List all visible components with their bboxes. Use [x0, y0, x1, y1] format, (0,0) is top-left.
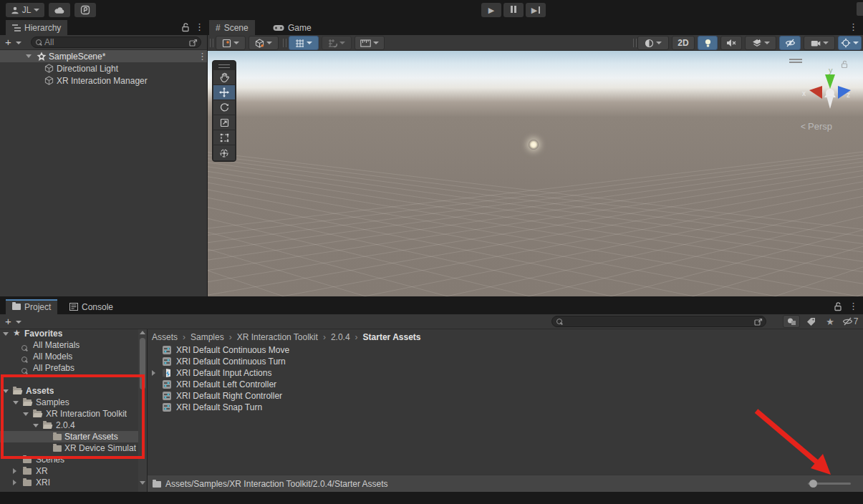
file-row[interactable]: XRI Default Right Controller — [148, 390, 862, 402]
breadcrumb-item[interactable]: Assets — [152, 332, 178, 342]
create-dropdown-icon[interactable] — [16, 321, 21, 324]
hidden-packages-button[interactable]: 7 — [839, 315, 861, 328]
file-row[interactable]: XRI Default Snap Turn — [148, 402, 862, 413]
expand-arrow-icon[interactable] — [3, 332, 9, 336]
tree-item-samples[interactable]: Samples — [0, 397, 138, 408]
tree-item-xr-device-simulator[interactable]: XR Device Simulat — [0, 442, 138, 454]
search-by-label-button[interactable] — [802, 315, 819, 328]
scale-tool-button[interactable] — [213, 115, 235, 130]
gizmos-button[interactable] — [838, 36, 862, 50]
expand-arrow-icon[interactable] — [23, 412, 29, 416]
measure-button[interactable] — [355, 36, 385, 50]
rect-tool-button[interactable] — [213, 130, 235, 145]
play-button[interactable]: ▶ — [481, 3, 501, 17]
tree-item-xri[interactable]: XRI — [0, 477, 138, 488]
tree-item-all-materials[interactable]: All Materials — [0, 339, 138, 351]
tree-item-xr-interaction-toolkit[interactable]: XR Interaction Toolkit — [0, 408, 138, 420]
snap-settings-button[interactable] — [322, 36, 352, 50]
scroll-down-icon[interactable] — [140, 481, 145, 485]
picker-icon[interactable] — [189, 39, 198, 47]
scroll-up-icon[interactable] — [140, 331, 145, 334]
lighting-toggle-button[interactable] — [698, 36, 718, 50]
audio-toggle-button[interactable] — [720, 36, 742, 50]
scene-menu-icon[interactable]: ⋮ — [198, 52, 207, 61]
create-button[interactable]: + — [5, 315, 11, 327]
expand-arrow-icon[interactable] — [13, 480, 16, 485]
move-tool-button[interactable] — [213, 85, 235, 100]
lock-open-icon[interactable] — [834, 302, 842, 311]
transform-tool-button[interactable] — [213, 145, 235, 160]
zoom-slider-thumb[interactable] — [809, 480, 817, 488]
tree-item-assets[interactable]: Assets — [0, 385, 138, 397]
tab-hierarchy[interactable]: Hierarchy — [6, 20, 67, 35]
step-button[interactable]: ▶ — [526, 3, 546, 17]
scrollbar-thumb[interactable] — [140, 338, 145, 389]
version-control-button[interactable] — [74, 3, 96, 17]
2d-toggle-button[interactable]: 2D — [672, 36, 695, 50]
cloud-button[interactable] — [49, 3, 70, 17]
create-button[interactable]: + — [5, 36, 11, 48]
expand-arrow-icon[interactable] — [13, 401, 19, 404]
scene-viewport[interactable] — [208, 51, 863, 296]
tab-project[interactable]: Project — [6, 299, 57, 314]
tree-item-all-prefabs[interactable]: All Prefabs — [0, 362, 138, 374]
tree-item-label: Starter Assets — [64, 432, 118, 442]
camera-settings-button[interactable] — [804, 36, 835, 50]
tree-item-starter-assets[interactable]: Starter Assets — [0, 431, 138, 442]
grid-visibility-button[interactable] — [289, 36, 319, 50]
hand-tool-button[interactable] — [213, 70, 235, 85]
hierarchy-row-scene[interactable]: SampleScene* ⋮ — [0, 50, 207, 62]
expand-arrow-icon[interactable] — [26, 54, 32, 58]
project-search-input[interactable] — [551, 316, 766, 327]
tree-item-scenes[interactable]: Scenes — [0, 454, 138, 465]
scene-visibility-button[interactable] — [779, 36, 801, 50]
breadcrumb-item[interactable]: 2.0.4 — [331, 332, 350, 342]
gizmo-menu-icon[interactable] — [789, 59, 802, 63]
file-row[interactable]: XRI Default Continuous Turn — [148, 356, 862, 367]
shading-mode-button[interactable] — [637, 36, 669, 50]
tree-item-2-0-4[interactable]: 2.0.4 — [0, 420, 138, 431]
tree-item-all-models[interactable]: All Models — [0, 351, 138, 362]
hierarchy-row-xr-interaction-manager[interactable]: XR Interaction Manager — [0, 74, 207, 87]
toolbar-grip[interactable] — [283, 39, 286, 47]
create-dropdown-icon[interactable] — [16, 42, 21, 44]
tree-item-xr[interactable]: XR — [0, 465, 138, 477]
projection-label[interactable]: <Persp — [801, 121, 832, 132]
tab-console[interactable]: Console — [63, 299, 120, 314]
tree-item-favorites[interactable]: ★ Favorites — [0, 329, 138, 339]
favorite-search-button[interactable]: ★ — [821, 315, 839, 328]
toolbar-grip[interactable] — [210, 39, 213, 47]
expand-arrow-icon[interactable] — [152, 370, 155, 376]
tab-scene[interactable]: # Scene — [209, 20, 255, 35]
account-button[interactable]: JL — [6, 3, 44, 17]
file-row[interactable]: XRI Default Continuous Move — [148, 344, 862, 356]
file-row[interactable]: XRI Default Left Controller — [148, 379, 862, 390]
tab-game[interactable]: Game — [266, 20, 318, 35]
rotate-tool-button[interactable] — [213, 100, 235, 115]
picker-icon[interactable] — [754, 318, 763, 326]
palette-drag-handle[interactable] — [213, 62, 235, 70]
expand-arrow-icon[interactable] — [3, 389, 9, 393]
hierarchy-row-directional-light[interactable]: Directional Light — [0, 62, 207, 74]
search-by-type-button[interactable] — [783, 315, 800, 328]
window-edge-button[interactable] — [857, 2, 863, 16]
breadcrumb-item[interactable]: Samples — [191, 332, 224, 342]
project-menu-icon[interactable]: ⋮ — [849, 301, 858, 311]
tree-scrollbar[interactable] — [138, 329, 147, 492]
scene-menu-icon[interactable]: ⋮ — [849, 22, 858, 32]
breadcrumb-item-current[interactable]: Starter Assets — [363, 332, 421, 342]
effects-toggle-button[interactable] — [745, 36, 776, 50]
breadcrumb-item[interactable]: XR Interaction Toolkit — [237, 332, 318, 342]
file-row[interactable]: XRI Default Input Actions — [148, 367, 862, 379]
expand-arrow-icon[interactable] — [33, 424, 39, 427]
pause-button[interactable] — [503, 3, 524, 17]
tool-handle-rotation-button[interactable] — [249, 36, 279, 50]
tool-handle-position-button[interactable] — [216, 36, 246, 50]
hierarchy-menu-icon[interactable]: ⋮ — [195, 22, 204, 32]
toolbar-grip[interactable] — [633, 39, 637, 47]
hierarchy-search-input[interactable]: All — [31, 37, 201, 48]
axis-gizmo[interactable]: y x z — [794, 64, 851, 122]
expand-arrow-icon[interactable] — [13, 468, 16, 474]
lock-open-icon[interactable] — [181, 23, 190, 32]
orientation-gizmo[interactable]: y x z — [785, 54, 861, 132]
